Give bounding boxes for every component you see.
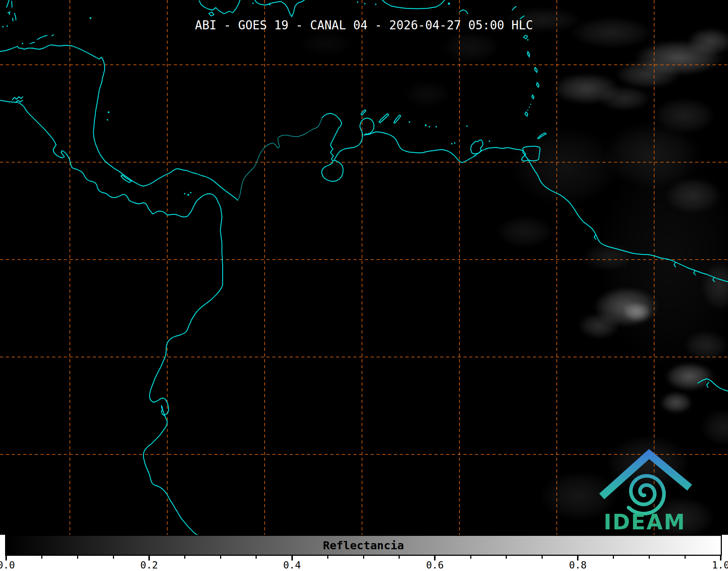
island-dot: [184, 193, 185, 194]
coastline-path: [382, 0, 445, 9]
coastline-path: [12, 97, 23, 100]
ideam-spiral-icon: [628, 476, 664, 513]
island-dot: [466, 125, 468, 127]
latlon-grid: [0, 0, 728, 535]
colorbar-tick-label: 1.0: [712, 560, 728, 570]
island-dot: [425, 125, 427, 126]
colorbar-tick: [506, 556, 507, 559]
coastline-path: [0, 45, 237, 200]
coastline-path: [536, 83, 539, 87]
island-dot: [188, 194, 189, 196]
island-dot: [527, 110, 529, 111]
coastline-path: [237, 118, 322, 200]
coastline-path: [532, 95, 534, 99]
island-dot: [435, 126, 437, 127]
coastline-path: [322, 113, 523, 181]
satellite-image: IDEAM ABI - GOES 19 - CANAL 04 - 2026-04…: [0, 0, 728, 571]
ideam-logo-text: IDEAM: [604, 510, 686, 534]
island-dot: [357, 1, 358, 3]
ideam-mountain-icon: [605, 454, 687, 494]
island-dot: [529, 107, 530, 108]
colorbar-tick: [184, 556, 185, 559]
island-dot: [252, 3, 254, 4]
island-dot: [90, 17, 92, 19]
coastline-path: [379, 114, 389, 123]
coastline-path: [394, 115, 401, 123]
island-dot: [190, 192, 192, 193]
ideam-logo: IDEAM: [604, 454, 687, 534]
coastline-path: [7, 0, 9, 7]
island-dot: [474, 155, 476, 156]
island-dot: [2, 26, 4, 28]
coastline-path: [37, 35, 47, 39]
coastline-path: [523, 35, 527, 39]
island-dot: [448, 3, 450, 5]
coastline-path: [14, 13, 16, 20]
island-dot: [429, 126, 430, 127]
island-dot: [451, 143, 453, 144]
image-title-text: ABI - GOES 19 - CANAL 04 - 2026-04-27 05…: [195, 18, 533, 32]
colorbar-title: Reflectancia: [6, 536, 721, 555]
coastline-path: [707, 382, 709, 387]
island-dot: [409, 121, 410, 123]
island-dot: [8, 12, 9, 13]
satellite-map-area: IDEAM ABI - GOES 19 - CANAL 04 - 2026-04…: [0, 0, 728, 535]
colorbar-tick: [113, 556, 114, 559]
colorbar-tick: [363, 556, 364, 559]
coastline-path: [523, 152, 728, 282]
colorbar-tick: [470, 556, 471, 559]
colorbar-tick: [41, 556, 42, 559]
coastline-path: [522, 146, 540, 161]
map-overlay-svg: IDEAM: [0, 0, 728, 535]
colorbar-tick-label: 0.0: [0, 560, 15, 570]
coastline-dim: [237, 118, 322, 200]
coastline-path: [674, 262, 676, 267]
colorbar-tick: [685, 556, 686, 559]
coastline-path: [209, 12, 214, 16]
coastline-path: [13, 18, 13, 21]
island-dot: [107, 119, 108, 121]
island-dot: [7, 25, 8, 27]
coastline-path: [527, 51, 530, 57]
island-dot: [22, 43, 23, 44]
island-dot: [375, 4, 376, 5]
colorbar-tick-label: 0.6: [426, 560, 444, 570]
colorbar-tick: [649, 556, 650, 559]
island-dot: [527, 39, 529, 41]
coastline-path: [594, 235, 596, 239]
island-dot: [530, 104, 531, 105]
colorbar-tick-label: 0.4: [283, 560, 301, 570]
coastline-path: [460, 10, 468, 14]
colorbar-tick: [256, 556, 257, 559]
reflectance-colorbar: Reflectancia: [5, 535, 722, 556]
coastline-path: [255, 0, 304, 17]
colorbar-tick-label: 0.2: [140, 560, 158, 570]
coastline-path: [698, 379, 728, 391]
coastline-path: [0, 100, 223, 535]
coastline-path: [535, 67, 537, 72]
coastline-path: [538, 133, 546, 139]
island-dot: [489, 140, 490, 142]
colorbar-tick-label: 0.8: [569, 560, 587, 570]
coastline-path: [471, 140, 483, 154]
colorbar-tick: [77, 556, 78, 559]
coastline-path: [16, 100, 22, 102]
colorbar-tick: [327, 556, 328, 559]
coastline-path: [713, 277, 715, 282]
coastline-path: [9, 12, 10, 14]
coastline-layer: [0, 0, 728, 535]
colorbar-tick: [220, 556, 221, 559]
coastline-path: [199, 0, 240, 14]
colorbar-tick: [613, 556, 614, 559]
island-dot: [364, 3, 366, 4]
colorbar-region: Reflectancia 0.00.20.40.60.81.0: [0, 535, 728, 571]
coastline-path: [525, 112, 528, 116]
coastline-path: [52, 35, 54, 36]
colorbar-tick: [542, 556, 543, 559]
island-dot: [269, 4, 270, 5]
coastline-path: [12, 1, 12, 7]
colorbar-tick: [399, 556, 400, 559]
island-dot: [108, 112, 110, 113]
island-dot: [454, 142, 455, 144]
coastline-path: [694, 270, 695, 275]
